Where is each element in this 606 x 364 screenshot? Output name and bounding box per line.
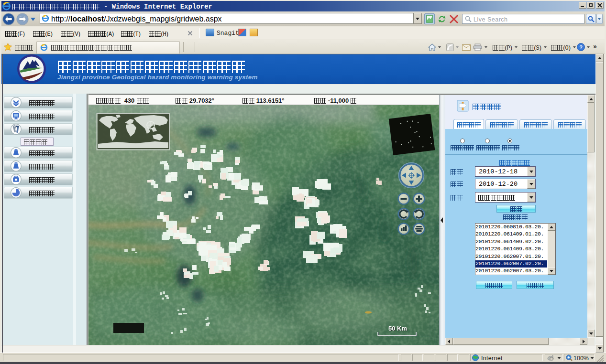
svg-text:?: ? (579, 44, 583, 50)
